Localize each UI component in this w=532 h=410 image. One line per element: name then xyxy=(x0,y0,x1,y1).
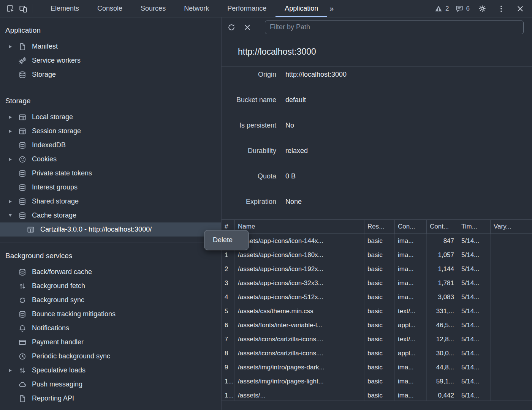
table-row[interactable]: 6/assets/fonts/inter-variable-l...basica… xyxy=(222,318,532,332)
tab-elements[interactable]: Elements xyxy=(41,0,88,17)
filter-input[interactable] xyxy=(265,20,524,34)
table-cell: 5/14... xyxy=(458,248,491,262)
table-cell: /assets/icons/cartzilla-icons.... xyxy=(235,346,364,360)
table-header-cell[interactable]: Con... xyxy=(395,220,427,234)
cloud-icon xyxy=(18,380,27,389)
chevron-right-icon[interactable] xyxy=(6,110,14,124)
tab-sources[interactable]: Sources xyxy=(131,0,175,17)
table-cell: 5/14... xyxy=(458,276,491,290)
device-toolbar-button[interactable] xyxy=(17,0,30,17)
tree-item-reporting-api[interactable]: Reporting API xyxy=(0,391,221,405)
table-header-cell[interactable]: Res... xyxy=(364,220,395,234)
table-cell: 3,083 xyxy=(427,290,458,304)
table-cell: 5/14... xyxy=(458,290,491,304)
tab-performance[interactable]: Performance xyxy=(218,0,276,17)
section-title-background-services: Background services xyxy=(0,249,221,263)
chevron-right-icon[interactable] xyxy=(6,363,14,377)
table-cell: 9 xyxy=(222,360,235,374)
table-row[interactable]: 7/assets/icons/cartzilla-icons....basict… xyxy=(222,332,532,346)
arrow-spacer xyxy=(14,222,23,237)
metadata-value: relaxed xyxy=(285,147,308,155)
origin-title-row: http://localhost:3000 xyxy=(222,37,532,67)
table-row[interactable]: 2/assets/app-icons/icon-192x...basicima.… xyxy=(222,262,532,276)
issue-count: 6 xyxy=(466,5,470,13)
table-cell: appl... xyxy=(395,318,427,332)
tree-item-speculative-loads[interactable]: Speculative loads xyxy=(0,363,221,377)
tree-item-push-messaging[interactable]: Push messaging xyxy=(0,377,221,391)
table-row[interactable]: 1.../assets/...basicima...0,4425/14... xyxy=(222,388,532,401)
warning-icon xyxy=(434,5,443,13)
table-header-cell[interactable]: Name xyxy=(235,220,364,234)
metadata-row-durability: Durabilityrelaxed xyxy=(228,143,532,169)
chevron-right-icon[interactable] xyxy=(6,39,14,54)
tree-item-storage[interactable]: Storage xyxy=(0,68,221,82)
warnings-badge[interactable]: 2 xyxy=(434,5,449,13)
refresh-button[interactable] xyxy=(226,22,237,33)
tree-item-indexeddb[interactable]: IndexedDB xyxy=(0,138,221,152)
tree-item-label: Session storage xyxy=(32,127,81,135)
tab-console[interactable]: Console xyxy=(88,0,131,17)
table-row[interactable]: 9/assets/img/intro/pages-dark...basicima… xyxy=(222,360,532,374)
settings-button[interactable] xyxy=(476,4,489,13)
table-cell: 1,781 xyxy=(427,276,458,290)
database-icon xyxy=(18,268,27,276)
table-header-cell[interactable]: Vary... xyxy=(491,220,532,234)
context-menu-delete[interactable]: Delete xyxy=(204,230,249,250)
table-row[interactable]: 0/assets/app-icons/icon-144x...basicima.… xyxy=(222,234,532,248)
metadata-label: Bucket name xyxy=(228,96,276,104)
database-icon xyxy=(18,197,27,206)
tree-item-background-sync[interactable]: Background sync xyxy=(0,293,221,307)
table-cell: /assets/fonts/inter-variable-l... xyxy=(235,318,364,332)
tree-item-back-forward-cache[interactable]: Back/forward cache xyxy=(0,265,221,279)
tab-network[interactable]: Network xyxy=(175,0,218,17)
section-title-application: Application xyxy=(0,24,221,37)
table-cell: 1,057 xyxy=(427,248,458,262)
table-cell: /assets/app-icons/icon-32x3... xyxy=(235,276,364,290)
chevron-right-icon[interactable] xyxy=(6,152,14,166)
close-devtools-button[interactable] xyxy=(514,4,527,13)
inspect-element-button[interactable] xyxy=(4,0,17,17)
tree-item-service-workers[interactable]: Service workers xyxy=(0,54,221,68)
tree-item-label: Background sync xyxy=(32,296,84,304)
table-row[interactable]: 4/assets/app-icons/icon-512x...basicima.… xyxy=(222,290,532,304)
tree-item-shared-storage[interactable]: Shared storage xyxy=(0,194,221,208)
tree-item-payment-handler[interactable]: Payment handler xyxy=(0,335,221,349)
table-cell: /assets/img/intro/pages-light... xyxy=(235,374,364,388)
table-row[interactable]: 1.../assets/img/intro/pages-light...basi… xyxy=(222,374,532,388)
table-cell: ima... xyxy=(395,290,427,304)
table-cell: 5/14... xyxy=(458,304,491,318)
table-cell: 30,0... xyxy=(427,346,458,360)
tree-item-cookies[interactable]: Cookies xyxy=(0,152,221,166)
tree-item-local-storage[interactable]: Local storage xyxy=(0,110,221,124)
table-row[interactable]: 1/assets/app-icons/icon-180x...basicima.… xyxy=(222,248,532,262)
table-row[interactable]: 8/assets/icons/cartzilla-icons....basica… xyxy=(222,346,532,360)
issues-badge[interactable]: 6 xyxy=(455,5,470,13)
database-icon xyxy=(18,71,27,79)
table-cell: basic xyxy=(364,318,395,332)
arrow-spacer xyxy=(6,138,14,152)
tree-item-cache-storage[interactable]: Cache storage xyxy=(0,208,221,222)
chevron-right-icon[interactable] xyxy=(6,194,14,208)
devtools-body: ApplicationManifestService workersStorag… xyxy=(0,17,532,410)
tree-item-session-storage[interactable]: Session storage xyxy=(0,124,221,138)
tree-item-interest-groups[interactable]: Interest groups xyxy=(0,180,221,194)
tree-item-bounce-tracking-mitigations[interactable]: Bounce tracking mitigations xyxy=(0,307,221,321)
table-header-cell[interactable]: Tim... xyxy=(458,220,491,234)
tab-application[interactable]: Application xyxy=(276,0,327,17)
table-cell: text/... xyxy=(395,332,427,346)
more-tabs-button[interactable]: » xyxy=(327,0,336,17)
tree-item-private-state-tokens[interactable]: Private state tokens xyxy=(0,166,221,180)
clear-filter-button[interactable] xyxy=(242,22,253,33)
tree-item-periodic-background-sync[interactable]: Periodic background sync xyxy=(0,349,221,363)
table-cell: 46,5... xyxy=(427,318,458,332)
chevron-right-icon[interactable] xyxy=(6,124,14,138)
chevron-down-icon[interactable] xyxy=(6,208,14,222)
tree-item-manifest[interactable]: Manifest xyxy=(0,39,221,54)
tree-item-notifications[interactable]: Notifications xyxy=(0,321,221,335)
table-row[interactable]: 5/assets/css/theme.min.cssbasictext/...3… xyxy=(222,304,532,318)
tree-item-background-fetch[interactable]: Background fetch xyxy=(0,279,221,293)
table-row[interactable]: 3/assets/app-icons/icon-32x3...basicima.… xyxy=(222,276,532,290)
table-header-cell[interactable]: Cont... xyxy=(427,220,458,234)
tree-item-cartzilla-3-0-0-http-localhost-3000[interactable]: Cartzilla-3.0.0 - http://localhost:3000/ xyxy=(0,222,221,237)
menu-button[interactable] xyxy=(495,4,508,13)
